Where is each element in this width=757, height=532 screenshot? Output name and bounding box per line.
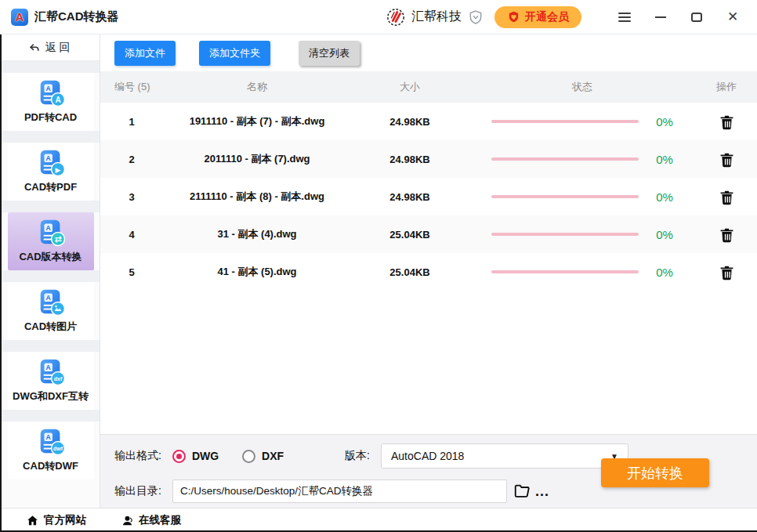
- sidebar-item-cad-to-pdf[interactable]: ▶ CAD转PDF: [8, 143, 94, 201]
- progress-bar: [491, 233, 639, 236]
- row-number: 5: [100, 266, 163, 278]
- version-dropdown[interactable]: AutoCAD 2018 ▼: [381, 443, 628, 469]
- trash-icon: [719, 189, 735, 205]
- main-area: 添加文件 添加文件夹 清空列表 编号 (5) 名称 大小 状态 操作 1 191…: [100, 34, 757, 508]
- sidebar-gap: [2, 340, 100, 352]
- toolbar: 添加文件 添加文件夹 清空列表: [100, 34, 757, 71]
- brand-block: 汇帮科技: [386, 8, 484, 27]
- svg-text:⇄: ⇄: [54, 234, 61, 244]
- status-cell: 0%: [469, 153, 696, 166]
- app-title: 汇帮CAD转换器: [34, 9, 119, 24]
- progress-percent: 0%: [656, 153, 673, 166]
- file-name: 1911110 - 副本 (7) - 副本.dwg: [163, 114, 351, 128]
- progress-percent: 0%: [656, 190, 673, 204]
- sidebar-item-label: CAD转PDF: [24, 180, 77, 194]
- sidebar-gap: [2, 131, 100, 143]
- member-shield-icon[interactable]: [468, 9, 484, 25]
- table-row: 4 31 - 副本 (4).dwg 25.04KB 0%: [100, 215, 757, 253]
- svg-text:dwf: dwf: [53, 446, 63, 451]
- table-row: 1 1911110 - 副本 (7) - 副本.dwg 24.98KB 0%: [100, 103, 757, 140]
- sidebar-item-label: PDF转CAD: [24, 110, 77, 125]
- add-folder-button[interactable]: 添加文件夹: [199, 41, 270, 66]
- sidebar-item-pdf-to-cad[interactable]: A PDF转CAD: [8, 73, 94, 131]
- column-header-no: 编号 (5): [100, 80, 163, 94]
- online-support-label: 在线客服: [139, 513, 181, 527]
- footer: 官方网站 在线客服: [0, 508, 757, 532]
- file-size: 24.98KB: [351, 116, 469, 128]
- browse-more-button[interactable]: ...: [535, 483, 549, 500]
- progress-bar: [491, 195, 639, 198]
- cad-to-pdf-icon: ▶: [36, 148, 66, 178]
- start-convert-button[interactable]: 开始转换: [601, 458, 709, 487]
- back-arrow-icon: [28, 42, 41, 54]
- sidebar-item-label: CAD转图片: [24, 320, 77, 334]
- brand-stamp-icon: [386, 8, 405, 27]
- trash-icon: [719, 151, 735, 168]
- menu-button[interactable]: [611, 5, 638, 29]
- sidebar-item-dwg-dxf-convert[interactable]: dxf DWG和DXF互转: [8, 352, 94, 410]
- svg-text:▶: ▶: [55, 166, 60, 174]
- file-name: 2011110 - 副本 (7).dwg: [163, 152, 351, 166]
- radio-dwg-label: DWG: [192, 450, 219, 462]
- home-icon: [26, 514, 39, 527]
- row-number: 1: [100, 116, 163, 128]
- output-dir-label: 输出目录:: [114, 484, 161, 498]
- file-size: 24.98KB: [351, 191, 469, 203]
- maximize-button[interactable]: [683, 5, 710, 29]
- sidebar-item-cad-to-image[interactable]: CAD转图片: [8, 282, 94, 340]
- sidebar-item-label: DWG和DXF互转: [13, 389, 89, 404]
- sidebar-item-label: CAD版本转换: [19, 250, 81, 264]
- sidebar-gap: [2, 410, 100, 422]
- table-row: 2 2011110 - 副本 (7).dwg 24.98KB 0%: [100, 140, 757, 178]
- delete-row-button[interactable]: [719, 226, 735, 243]
- table-header: 编号 (5) 名称 大小 状态 操作: [100, 71, 757, 103]
- minimize-button[interactable]: [647, 5, 674, 29]
- sidebar-gap: [2, 61, 100, 73]
- open-vip-button[interactable]: 开通会员: [494, 6, 581, 28]
- add-file-button[interactable]: 添加文件: [114, 41, 176, 66]
- file-size: 25.04KB: [351, 229, 469, 241]
- clear-list-button[interactable]: 清空列表: [299, 41, 360, 66]
- delete-row-button[interactable]: [719, 114, 735, 130]
- cad-to-image-icon: [36, 288, 66, 317]
- back-label: 返回: [45, 41, 74, 55]
- radio-dwg[interactable]: DWG: [172, 450, 219, 463]
- status-cell: 0%: [469, 115, 696, 128]
- delete-row-button[interactable]: [719, 189, 735, 205]
- table-row: 5 41 - 副本 (5).dwg 25.04KB 0%: [100, 253, 757, 291]
- official-website-link[interactable]: 官方网站: [26, 513, 86, 527]
- title-bar: A 汇帮CAD转换器 汇帮科技 开通会员 ✕: [0, 0, 757, 34]
- sidebar-item-cad-to-dwf[interactable]: dwf CAD转DWF: [8, 422, 94, 480]
- output-dir-input[interactable]: [172, 480, 507, 503]
- delete-row-button[interactable]: [719, 151, 735, 168]
- open-folder-button[interactable]: [513, 483, 531, 500]
- close-button[interactable]: ✕: [719, 5, 746, 29]
- radio-dxf[interactable]: DXF: [242, 450, 284, 463]
- official-website-label: 官方网站: [44, 513, 86, 527]
- app-logo-icon: A: [11, 9, 28, 26]
- radio-dwg-dot: [172, 450, 186, 463]
- vip-heart-icon: [507, 10, 520, 24]
- status-cell: 0%: [469, 190, 696, 204]
- radio-dxf-dot: [242, 450, 255, 463]
- svg-text:A: A: [55, 96, 60, 104]
- row-number: 3: [100, 191, 163, 203]
- back-button[interactable]: 返回: [2, 34, 100, 61]
- customer-service-icon: [121, 514, 134, 527]
- column-header-name: 名称: [163, 80, 351, 94]
- file-size: 25.04KB: [351, 266, 469, 278]
- file-name: 31 - 副本 (4).dwg: [163, 227, 351, 241]
- delete-row-button[interactable]: [719, 264, 735, 280]
- trash-icon: [719, 226, 735, 243]
- sidebar: 返回 A PDF转CAD ▶ CAD转PDF ⇄ CAD版本转换 CAD转图片: [0, 34, 100, 508]
- sidebar-filler: [2, 480, 100, 508]
- progress-bar: [491, 157, 639, 161]
- row-number: 4: [100, 229, 163, 241]
- online-support-link[interactable]: 在线客服: [121, 513, 181, 527]
- status-cell: 0%: [469, 266, 696, 279]
- hamburger-icon: [618, 13, 631, 22]
- sidebar-item-cad-version-convert[interactable]: ⇄ CAD版本转换: [8, 212, 94, 270]
- progress-percent: 0%: [656, 115, 673, 128]
- trash-icon: [719, 114, 735, 130]
- file-name: 2111110 - 副本 (8) - 副本.dwg: [163, 190, 351, 204]
